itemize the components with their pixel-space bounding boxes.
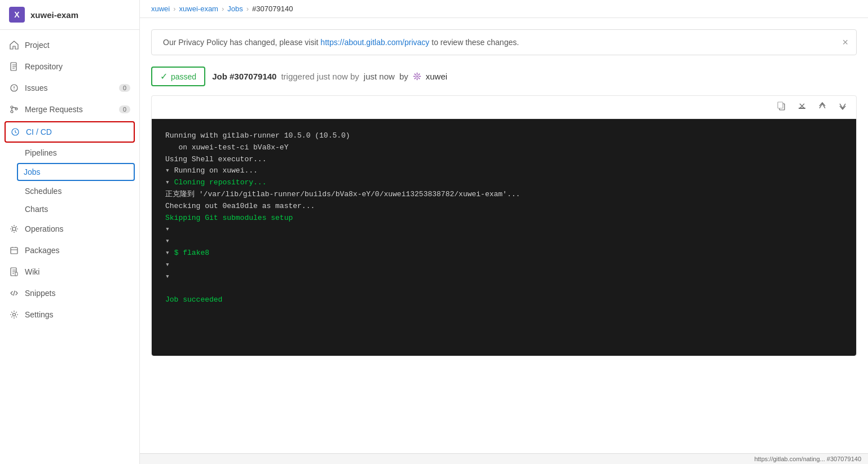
sidebar-item-operations[interactable]: Operations	[0, 218, 139, 240]
sidebar-label-packages: Packages	[25, 246, 59, 255]
breadcrumb-current: #307079140	[252, 5, 293, 13]
status-bar-text: https://gitlab.com/nating... #307079140	[754, 456, 861, 462]
home-icon	[9, 40, 19, 50]
breadcrumb-sep-2: ›	[222, 5, 224, 13]
terminal-line: ▾ Cloning repository...	[165, 177, 843, 189]
wiki-icon	[9, 267, 19, 277]
svg-rect-11	[778, 102, 783, 108]
terminal-line: 正克隆到 '/var/lib/gitlab-runner/builds/bVa8…	[165, 189, 843, 201]
sidebar-item-snippets[interactable]: Snippets	[0, 282, 139, 304]
privacy-text-before: Our Privacy Policy has changed, please v…	[163, 38, 320, 47]
check-icon: ✓	[160, 71, 168, 82]
privacy-link[interactable]: https://about.gitlab.com/privacy	[320, 38, 429, 47]
privacy-banner-close[interactable]: ×	[842, 37, 848, 47]
privacy-banner: Our Privacy Policy has changed, please v…	[151, 29, 857, 55]
cicd-icon	[10, 127, 20, 137]
sidebar-item-charts[interactable]: Charts	[0, 200, 139, 218]
svg-rect-8	[15, 272, 17, 276]
packages-icon	[9, 245, 19, 255]
breadcrumb-xuwei-exam[interactable]: xuwei-exam	[179, 5, 218, 13]
issues-badge: 0	[119, 84, 130, 92]
sidebar-item-schedules[interactable]: Schedules	[0, 182, 139, 200]
sidebar-nav: Project Repository	[0, 30, 139, 330]
status-bar: https://gitlab.com/nating... #307079140	[140, 453, 868, 464]
status-label: passed	[171, 72, 196, 81]
breadcrumb: xuwei › xuwei-exam › Jobs › #307079140	[140, 0, 868, 18]
user-avatar-icon: ❊	[413, 70, 421, 83]
merge-requests-badge: 0	[119, 105, 130, 113]
main-content: xuwei › xuwei-exam › Jobs › #307079140 O…	[140, 0, 868, 464]
merge-icon	[9, 104, 19, 114]
book-icon	[9, 61, 19, 72]
breadcrumb-sep-3: ›	[246, 5, 249, 13]
copy-log-button[interactable]	[775, 100, 788, 114]
terminal-line: Running with gitlab-runner 10.5.0 (10.5.…	[165, 130, 843, 142]
project-name: xuwei-exam	[30, 10, 78, 20]
terminal-line: ▾	[165, 259, 843, 271]
terminal-line: ▾ Running on xuwei...	[165, 165, 843, 177]
user-link[interactable]: xuwei	[426, 72, 447, 81]
privacy-text-after: to review these changes.	[429, 38, 519, 47]
terminal-line: Skipping Git submodules setup	[165, 213, 843, 224]
job-header: ✓ passed Job #307079140 triggered just n…	[151, 67, 857, 86]
sidebar-label-operations: Operations	[25, 224, 63, 233]
svg-point-3	[11, 111, 13, 113]
svg-point-9	[13, 313, 16, 316]
operations-icon	[9, 224, 19, 234]
sidebar-label-issues: Issues	[25, 83, 47, 92]
terminal-line: ▾	[165, 224, 843, 236]
sidebar-item-jobs[interactable]: Jobs	[17, 163, 135, 181]
sidebar-label-project: Project	[25, 41, 50, 50]
terminal-line: Using Shell executor...	[165, 154, 843, 166]
svg-rect-12	[799, 108, 805, 109]
sidebar-item-project[interactable]: Project	[0, 34, 139, 56]
terminal-toolbar	[152, 96, 856, 119]
status-badge: ✓ passed	[151, 67, 205, 86]
scroll-bottom-button[interactable]	[836, 100, 849, 114]
sidebar-item-cicd[interactable]: CI / CD	[5, 121, 135, 143]
breadcrumb-xuwei[interactable]: xuwei	[151, 5, 170, 13]
sidebar-label-snippets: Snippets	[25, 289, 55, 298]
sidebar-item-pipelines[interactable]: Pipelines	[0, 144, 139, 162]
sidebar-label-cicd: CI / CD	[26, 127, 52, 136]
terminal-line: on xuwei-test-ci bVa8x-eY	[165, 142, 843, 154]
terminal-line: ▾	[165, 236, 843, 248]
settings-icon	[9, 310, 19, 320]
sidebar-item-issues[interactable]: Issues 0	[0, 77, 139, 99]
svg-point-5	[12, 227, 16, 231]
sidebar-label-wiki: Wiki	[25, 267, 39, 276]
sidebar-header: X xuwei-exam	[0, 0, 139, 30]
terminal-line	[165, 282, 843, 294]
sidebar-item-settings[interactable]: Settings	[0, 304, 139, 325]
erase-log-button[interactable]	[795, 100, 809, 114]
issues-icon	[9, 83, 19, 93]
sidebar-label-settings: Settings	[25, 310, 54, 319]
project-logo: X	[9, 7, 25, 23]
job-id: Job #307079140	[212, 72, 276, 81]
terminal-line: ▾ $ flake8	[165, 248, 843, 259]
sidebar-item-merge-requests[interactable]: Merge Requests 0	[0, 99, 139, 120]
sidebar-item-wiki[interactable]: Wiki	[0, 261, 139, 282]
trigger-time: just now	[364, 72, 395, 81]
sidebar-item-repository[interactable]: Repository	[0, 56, 139, 77]
job-info: Job #307079140 triggered just now by jus…	[212, 70, 447, 83]
sidebar-item-packages[interactable]: Packages	[0, 240, 139, 261]
trigger-info: triggered just now by	[281, 72, 359, 81]
trigger-by: by	[399, 72, 408, 81]
scroll-top-button[interactable]	[816, 100, 829, 114]
terminal-container: Running with gitlab-runner 10.5.0 (10.5.…	[151, 95, 857, 356]
breadcrumb-sep-1: ›	[173, 5, 175, 13]
terminal-line: Checking out 0ea10dle as master...	[165, 201, 843, 213]
svg-rect-6	[11, 248, 17, 254]
terminal-output: Running with gitlab-runner 10.5.0 (10.5.…	[152, 119, 856, 356]
snippets-icon	[9, 288, 19, 298]
sidebar-label-merge-requests: Merge Requests	[25, 105, 83, 114]
terminal-line: Job succeeded	[165, 294, 843, 306]
sidebar-label-repository: Repository	[25, 62, 63, 71]
breadcrumb-jobs[interactable]: Jobs	[227, 5, 243, 13]
content-area: Our Privacy Policy has changed, please v…	[140, 18, 868, 453]
terminal-line: ▾	[165, 271, 843, 283]
